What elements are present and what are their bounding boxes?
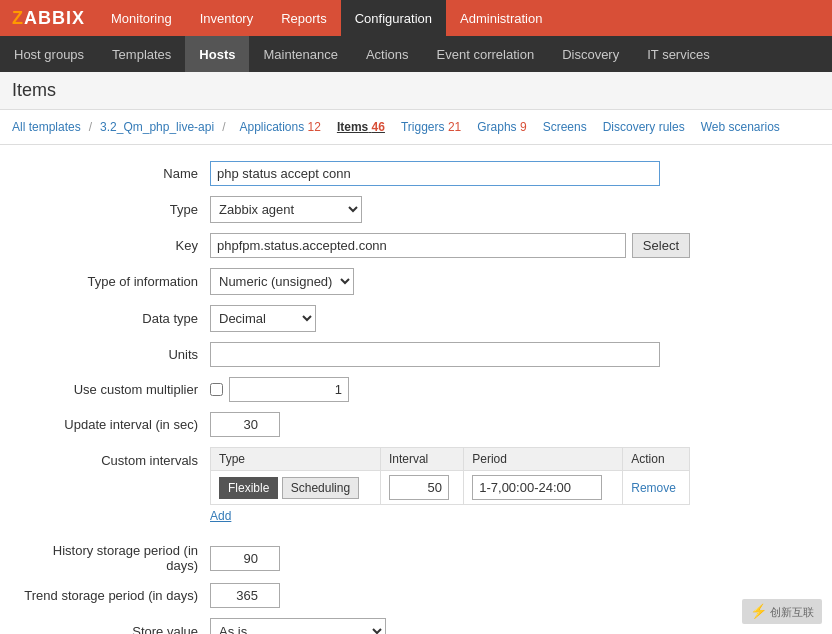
nav-reports[interactable]: Reports — [267, 0, 341, 36]
multiplier-row: Use custom multiplier — [20, 377, 812, 402]
update-input[interactable] — [210, 412, 280, 437]
tab-graphs-label: Graphs — [477, 120, 516, 134]
period-cell — [464, 471, 623, 505]
scheduling-button[interactable]: Scheduling — [282, 477, 359, 499]
multiplier-control — [210, 377, 690, 402]
tab-web-scenarios[interactable]: Web scenarios — [695, 118, 786, 136]
custom-intervals-row: Custom intervals Type Interval Period Ac… — [20, 447, 812, 533]
tab-items[interactable]: Items 46 — [331, 118, 391, 136]
tab-triggers[interactable]: Triggers 21 — [395, 118, 467, 136]
type-control: Zabbix agentZabbix agent (active)Simple … — [210, 196, 690, 223]
type-info-select[interactable]: Numeric (unsigned)Numeric (float)Charact… — [210, 268, 354, 295]
interval-cell — [380, 471, 463, 505]
subnav-actions[interactable]: Actions — [352, 36, 423, 72]
units-control — [210, 342, 690, 367]
page-header: Items — [0, 72, 832, 110]
units-input[interactable] — [210, 342, 660, 367]
custom-intervals-label: Custom intervals — [20, 447, 210, 468]
tab-triggers-label: Triggers — [401, 120, 445, 134]
multiplier-checkbox[interactable] — [210, 383, 223, 396]
watermark: ⚡ 创新互联 — [742, 599, 822, 624]
top-navigation: ZABBIX Monitoring Inventory Reports Conf… — [0, 0, 832, 36]
page-title: Items — [12, 80, 820, 101]
breadcrumb-current[interactable]: 3.2_Qm_php_live-api — [100, 120, 214, 134]
data-type-label: Data type — [20, 311, 210, 326]
key-input[interactable] — [210, 233, 626, 258]
store-control: As isDelta (speed per second)Delta (simp… — [210, 618, 690, 634]
key-select-button[interactable]: Select — [632, 233, 690, 258]
breadcrumb-row: All templates / 3.2_Qm_php_live-api / Ap… — [0, 110, 832, 145]
subnav-maintenance[interactable]: Maintenance — [249, 36, 351, 72]
logo: ZABBIX — [0, 8, 97, 29]
name-input[interactable] — [210, 161, 660, 186]
key-row: Key Select — [20, 233, 812, 258]
col-period: Period — [464, 448, 623, 471]
nav-configuration[interactable]: Configuration — [341, 0, 446, 36]
trend-input[interactable] — [210, 583, 280, 608]
custom-intervals-control: Type Interval Period Action Flexible Sch… — [210, 447, 690, 523]
multiplier-value-input — [229, 377, 349, 402]
type-select[interactable]: Zabbix agentZabbix agent (active)Simple … — [210, 196, 362, 223]
tab-items-label: Items — [337, 120, 368, 134]
history-label: History storage period (in days) — [20, 543, 210, 573]
remove-button[interactable]: Remove — [631, 481, 676, 495]
period-input[interactable] — [472, 475, 602, 500]
col-interval: Interval — [380, 448, 463, 471]
units-label: Units — [20, 347, 210, 362]
update-row: Update interval (in sec) — [20, 412, 812, 437]
multiplier-checkbox-row — [210, 377, 690, 402]
tab-graphs-count: 9 — [520, 120, 527, 134]
name-label: Name — [20, 166, 210, 181]
subnav-it-services[interactable]: IT services — [633, 36, 724, 72]
multiplier-label: Use custom multiplier — [20, 382, 210, 397]
data-type-select[interactable]: DecimalOctalHexadecimalBoolean — [210, 305, 316, 332]
history-control — [210, 546, 690, 571]
tab-discovery-rules[interactable]: Discovery rules — [597, 118, 691, 136]
history-row: History storage period (in days) — [20, 543, 812, 573]
breadcrumb-all-templates[interactable]: All templates — [12, 120, 81, 134]
nav-inventory[interactable]: Inventory — [186, 0, 267, 36]
tab-screens[interactable]: Screens — [537, 118, 593, 136]
subnav-host-groups[interactable]: Host groups — [0, 36, 98, 72]
logo-z: Z — [12, 8, 24, 28]
tab-applications[interactable]: Applications 12 — [233, 118, 326, 136]
subnav-templates[interactable]: Templates — [98, 36, 185, 72]
intervals-table: Type Interval Period Action Flexible Sch… — [210, 447, 690, 505]
sub-navigation: Host groups Templates Hosts Maintenance … — [0, 36, 832, 72]
tab-applications-count: 12 — [308, 120, 321, 134]
key-control: Select — [210, 233, 690, 258]
tab-graphs[interactable]: Graphs 9 — [471, 118, 532, 136]
type-label: Type — [20, 202, 210, 217]
logo-rest: ABBIX — [24, 8, 85, 28]
trend-control — [210, 583, 690, 608]
tab-applications-label: Applications — [239, 120, 304, 134]
table-row: Flexible Scheduling Remove — [211, 471, 690, 505]
flexible-button[interactable]: Flexible — [219, 477, 278, 499]
subnav-discovery[interactable]: Discovery — [548, 36, 633, 72]
store-row: Store value As isDelta (speed per second… — [20, 618, 812, 634]
type-info-control: Numeric (unsigned)Numeric (float)Charact… — [210, 268, 690, 295]
col-type: Type — [211, 448, 381, 471]
watermark-icon: ⚡ — [750, 603, 767, 619]
trend-row: Trend storage period (in days) — [20, 583, 812, 608]
nav-monitoring[interactable]: Monitoring — [97, 0, 186, 36]
name-row: Name — [20, 161, 812, 186]
subnav-event-correlation[interactable]: Event correlation — [423, 36, 549, 72]
type-row: Type Zabbix agentZabbix agent (active)Si… — [20, 196, 812, 223]
tab-triggers-count: 21 — [448, 120, 461, 134]
action-cell: Remove — [623, 471, 690, 505]
subnav-hosts[interactable]: Hosts — [185, 36, 249, 72]
key-input-row: Select — [210, 233, 690, 258]
history-input[interactable] — [210, 546, 280, 571]
breadcrumb-sep: / — [89, 120, 92, 134]
update-control — [210, 412, 690, 437]
top-nav-items: Monitoring Inventory Reports Configurati… — [97, 0, 556, 36]
tab-items-count: 46 — [372, 120, 385, 134]
store-select[interactable]: As isDelta (speed per second)Delta (simp… — [210, 618, 386, 634]
interval-input[interactable] — [389, 475, 449, 500]
add-interval-link[interactable]: Add — [210, 509, 231, 523]
type-info-label: Type of information — [20, 274, 210, 289]
nav-administration[interactable]: Administration — [446, 0, 556, 36]
logo-text: ZABBIX — [12, 8, 85, 29]
name-control — [210, 161, 690, 186]
